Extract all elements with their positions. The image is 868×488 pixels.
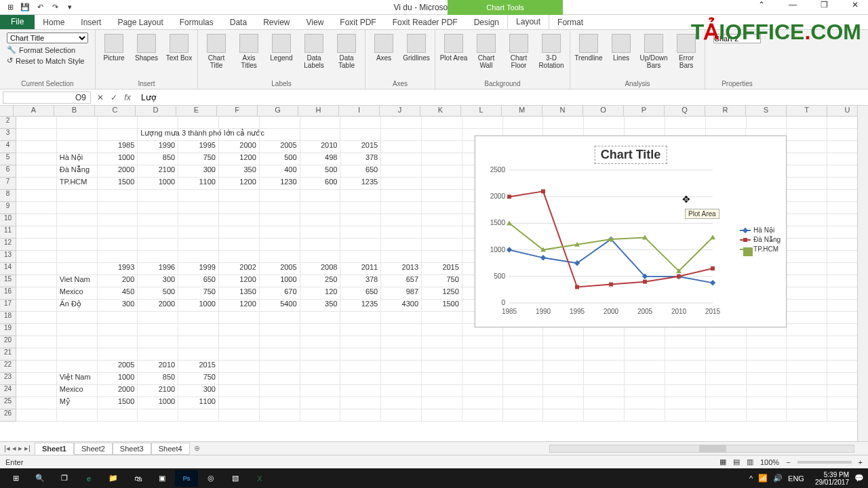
cell[interactable] [57, 129, 98, 141]
cell[interactable] [462, 336, 503, 348]
cell[interactable] [625, 409, 665, 422]
ribbon-shapes-button[interactable]: Shapes [132, 34, 161, 62]
cell[interactable]: 2000 [98, 165, 138, 178]
cell[interactable] [381, 385, 422, 397]
cell[interactable]: 2000 [138, 300, 178, 312]
cell[interactable] [787, 336, 827, 348]
cell[interactable] [340, 312, 381, 324]
horizontal-scrollbar[interactable] [204, 445, 868, 453]
cell[interactable] [57, 226, 98, 239]
cell[interactable] [747, 373, 787, 385]
cell[interactable] [381, 178, 422, 190]
cell[interactable]: 850 [138, 153, 178, 165]
cell[interactable] [260, 409, 300, 422]
cell[interactable] [16, 214, 57, 226]
cell[interactable] [787, 312, 827, 324]
cell[interactable]: 670 [260, 287, 300, 300]
row-header[interactable]: 22 [0, 361, 16, 373]
cell[interactable]: 1350 [219, 287, 260, 300]
cell[interactable]: 200 [98, 275, 138, 287]
cell[interactable] [462, 385, 503, 397]
cell[interactable]: 1235 [340, 300, 381, 312]
cell[interactable] [178, 129, 219, 141]
cell[interactable] [787, 141, 827, 153]
cell[interactable] [16, 373, 57, 385]
cell[interactable] [16, 153, 57, 165]
cell[interactable] [16, 129, 57, 141]
tab-foxit-pdf[interactable]: Foxit PDF [332, 16, 384, 29]
tab-view[interactable]: View [298, 16, 332, 29]
cell[interactable] [706, 336, 747, 348]
cell[interactable] [706, 409, 747, 422]
cell[interactable] [178, 251, 219, 263]
cell[interactable] [422, 153, 462, 165]
cell[interactable]: 1996 [138, 263, 178, 275]
cell[interactable] [178, 226, 219, 239]
cell[interactable]: 498 [300, 153, 341, 165]
cell[interactable] [543, 336, 584, 348]
cell[interactable] [340, 239, 381, 251]
cell[interactable] [381, 226, 422, 239]
row-header[interactable]: 24 [0, 385, 16, 397]
cell[interactable] [422, 202, 462, 214]
col-header[interactable]: T [787, 106, 827, 116]
cell[interactable] [219, 202, 260, 214]
cell[interactable]: 300 [98, 300, 138, 312]
cell[interactable] [381, 153, 422, 165]
edge-icon[interactable]: e [77, 470, 100, 487]
cell[interactable] [381, 348, 422, 361]
cell[interactable]: 250 [300, 275, 341, 287]
network-icon[interactable]: 📶 [758, 474, 768, 483]
cell[interactable] [787, 251, 827, 263]
cell[interactable] [219, 361, 260, 373]
tab-format[interactable]: Format [549, 16, 591, 29]
cell[interactable] [381, 190, 422, 202]
cell[interactable] [787, 202, 827, 214]
cell[interactable] [260, 226, 300, 239]
cell[interactable] [260, 239, 300, 251]
col-header[interactable]: H [298, 106, 339, 116]
cell[interactable] [787, 300, 827, 312]
app-icon[interactable]: ▣ [151, 470, 174, 487]
ribbon-axes-button[interactable]: Axes [370, 34, 398, 62]
cell[interactable] [787, 178, 827, 190]
cell[interactable]: 1999 [178, 263, 219, 275]
ribbon-data-labels-button[interactable]: Data Labels [300, 34, 328, 69]
cell[interactable] [787, 275, 827, 287]
tab-insert[interactable]: Insert [73, 16, 109, 29]
cell[interactable] [16, 141, 57, 153]
row-header[interactable]: 4 [0, 141, 16, 153]
cell[interactable]: 500 [138, 287, 178, 300]
cell[interactable] [178, 324, 219, 336]
ribbon-gridlines-button[interactable]: Gridlines [402, 34, 431, 62]
cell[interactable] [787, 129, 827, 141]
cell[interactable] [381, 373, 422, 385]
cell[interactable] [503, 373, 544, 385]
cell[interactable] [219, 397, 260, 409]
cell[interactable]: 2015 [178, 361, 219, 373]
cell[interactable]: Mexico [57, 287, 98, 300]
col-header[interactable]: K [420, 106, 461, 116]
cell[interactable]: 750 [178, 153, 219, 165]
cell[interactable] [300, 239, 341, 251]
row-header[interactable]: 25 [0, 397, 16, 409]
redo-icon[interactable]: ↷ [49, 1, 61, 14]
qat-dropdown-icon[interactable]: ▾ [64, 1, 76, 14]
cell[interactable] [300, 190, 341, 202]
cell[interactable] [219, 409, 260, 422]
cell[interactable] [178, 117, 219, 129]
format-selection-button[interactable]: 🔧Format Selection [7, 45, 88, 54]
cell[interactable]: 1200 [219, 178, 260, 190]
col-header[interactable]: J [380, 106, 420, 116]
cell[interactable] [422, 361, 462, 373]
cell[interactable] [219, 251, 260, 263]
cell[interactable] [340, 385, 381, 397]
cell[interactable]: Lượng mưa 3 thành phố lớn cả nước [138, 129, 178, 141]
excel-taskbar-icon[interactable]: X [248, 470, 271, 487]
cell[interactable] [16, 336, 57, 348]
tab-review[interactable]: Review [255, 16, 298, 29]
cell[interactable] [98, 214, 138, 226]
ribbon-lines-button[interactable]: Lines [607, 34, 635, 69]
cell[interactable] [381, 409, 422, 422]
cell[interactable]: 300 [178, 385, 219, 397]
